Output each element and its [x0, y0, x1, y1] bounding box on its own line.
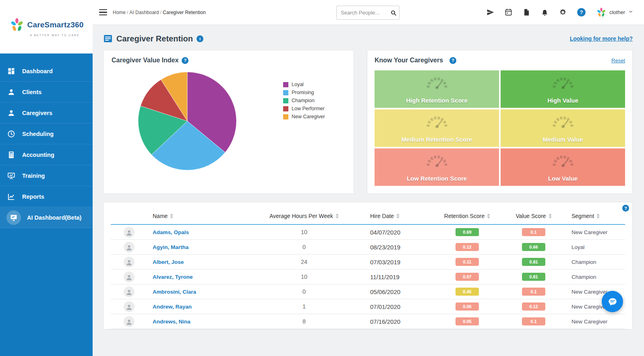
- column-header-hire-date[interactable]: Hire Date: [364, 213, 433, 219]
- legend-item: Promising: [283, 90, 325, 95]
- hours-cell: 24: [244, 259, 364, 265]
- column-header-label: Retention Score: [444, 213, 485, 219]
- matrix-cell-high-value[interactable]: High Value: [501, 70, 625, 108]
- retention-score-cell: 0.69: [433, 228, 501, 236]
- brand-name: CareSmartz360: [27, 21, 84, 29]
- ai-dashboard-icon: [6, 210, 21, 225]
- value-index-help-icon[interactable]: ?: [182, 57, 188, 64]
- caregiver-table-panel: ? NameAverage Hours Per WeekHire DateRet…: [103, 202, 633, 329]
- breadcrumb-item[interactable]: AI Dashboard: [129, 10, 159, 15]
- notes-icon[interactable]: [523, 8, 530, 16]
- segment-cell: New Caregiver: [566, 229, 625, 235]
- gauge-icon: [425, 114, 449, 130]
- column-header-name[interactable]: Name: [147, 213, 244, 219]
- announcements-icon[interactable]: [487, 8, 494, 16]
- score-badge: 0.07: [456, 273, 479, 281]
- brand-logo[interactable]: CareSmartz360 A BETTER WAY TO CARE: [0, 0, 93, 54]
- value-index-panel: Caregiver Value Index ? LoyalPromisingCh…: [103, 50, 354, 194]
- notifications-icon[interactable]: [541, 8, 549, 16]
- gauge-icon: [551, 114, 575, 130]
- score-badge: 0.69: [456, 228, 479, 236]
- hours-cell: 0: [244, 244, 364, 250]
- settings-icon[interactable]: [559, 8, 567, 16]
- hours-cell: 0: [244, 288, 364, 295]
- score-badge: 0.1: [522, 288, 545, 296]
- avatar: [124, 301, 135, 312]
- caregiver-name-link[interactable]: Andrews, Nina: [153, 319, 191, 325]
- user-menu[interactable]: clother: [596, 7, 634, 18]
- pie-legend: LoyalPromisingChampionLow PerformerNew C…: [283, 82, 325, 119]
- column-header-retention-score[interactable]: Retention Score: [433, 213, 501, 219]
- search-input[interactable]: [337, 10, 388, 16]
- avatar: [124, 227, 135, 238]
- avatar: [124, 242, 135, 253]
- segment-cell: Champion: [566, 259, 625, 265]
- column-header-segment[interactable]: Segment: [566, 213, 625, 219]
- caregiver-name-link[interactable]: Albert, Jose: [153, 259, 184, 265]
- avatar: [124, 286, 135, 297]
- help-link[interactable]: Looking for more help?: [570, 35, 633, 42]
- legend-item: Champion: [283, 98, 325, 103]
- table-row: Adams, Opals1004/07/20200.690.1New Careg…: [111, 225, 625, 240]
- matrix-cell-low-value[interactable]: Low Value: [501, 148, 625, 186]
- sidebar-item-label: Accounting: [22, 152, 54, 158]
- column-header-average-hours-per-week[interactable]: Average Hours Per Week: [244, 213, 364, 219]
- score-badge: 0.11: [456, 258, 479, 266]
- menu-toggle-icon[interactable]: [99, 9, 107, 16]
- sidebar-item-label: Training: [22, 173, 45, 179]
- caregiver-name-link[interactable]: Andrew, Rayan: [153, 304, 192, 310]
- retention-score-cell: 0.06: [433, 302, 501, 311]
- sidebar-item-caregivers[interactable]: Caregivers: [0, 103, 93, 123]
- matrix-cell-low-retention-score[interactable]: Low Retention Score: [375, 148, 499, 186]
- calendar-icon[interactable]: [505, 8, 512, 16]
- page-title: Caregiver Retention: [116, 34, 193, 43]
- matrix-cell-medium-retention-score[interactable]: Medium Retention Score: [375, 109, 499, 147]
- reset-link[interactable]: Reset: [611, 58, 625, 64]
- panel-title: Know Your Caregivers: [375, 57, 443, 64]
- sidebar-item-training[interactable]: Training: [0, 165, 93, 186]
- caregiver-name-link[interactable]: Alvarez, Tyrone: [153, 274, 193, 280]
- value-score-cell: 0.1: [501, 288, 566, 296]
- breadcrumb-item[interactable]: Home: [113, 10, 126, 15]
- sidebar-item-label: Reports: [22, 193, 44, 200]
- table-help-icon[interactable]: ?: [622, 205, 629, 212]
- column-header-value-score[interactable]: Value Score: [501, 213, 566, 219]
- caregiver-name-link[interactable]: Ambrosini, Clara: [153, 289, 196, 295]
- sidebar-item-scheduling[interactable]: Scheduling: [0, 123, 93, 144]
- main-content: Caregiver Retention i Looking for more h…: [93, 25, 644, 356]
- brand-tagline: A BETTER WAY TO CARE: [30, 34, 80, 37]
- chat-widget-button[interactable]: [602, 291, 623, 312]
- matrix-cell-medium-value[interactable]: Medium Value: [501, 109, 625, 147]
- hours-cell: 1: [244, 303, 364, 310]
- retention-score-cell: 0.45: [433, 288, 501, 296]
- help-icon[interactable]: ?: [577, 8, 586, 16]
- caregiver-name-link[interactable]: Agyin, Martha: [153, 244, 188, 250]
- sidebar-item-accounting[interactable]: Accounting: [0, 144, 93, 165]
- sidebar-item-reports[interactable]: Reports: [0, 186, 93, 207]
- table-row: Alvarez, Tyrone1011/11/20190.070.81Champ…: [111, 270, 625, 284]
- search-icon[interactable]: [388, 10, 399, 16]
- sidebar-item-ai-dashboard-beta[interactable]: AI Dashboard(Beta): [0, 207, 93, 228]
- table-row: Ambrosini, Clara005/06/20200.450.1New Ca…: [111, 284, 625, 299]
- hire-date-cell: 11/11/2019: [364, 274, 433, 280]
- sort-icon: [335, 214, 339, 218]
- matrix-cell-high-retention-score[interactable]: High Retention Score: [375, 70, 499, 108]
- score-badge: 0.66: [522, 243, 545, 251]
- sidebar-item-dashboard[interactable]: Dashboard: [0, 61, 93, 82]
- table-row: Agyin, Martha008/23/20190.120.66Loyal: [111, 240, 625, 255]
- matrix-help-icon[interactable]: ?: [449, 57, 456, 64]
- table-header: NameAverage Hours Per WeekHire DateReten…: [111, 208, 625, 225]
- sort-icon: [549, 214, 552, 218]
- column-header-label: Hire Date: [370, 213, 394, 219]
- segment-cell: New Caregiver: [566, 319, 625, 325]
- retention-score-cell: 0.11: [433, 258, 501, 266]
- gauge-icon: [425, 153, 449, 169]
- panels-row: Caregiver Value Index ? LoyalPromisingCh…: [103, 50, 633, 194]
- caregiver-name-link[interactable]: Adams, Opals: [153, 229, 189, 235]
- app-window: CareSmartz360 A BETTER WAY TO CARE Dashb…: [0, 0, 644, 356]
- sort-icon: [170, 214, 173, 218]
- sidebar-item-clients[interactable]: Clients: [0, 82, 93, 103]
- info-icon[interactable]: i: [197, 35, 203, 42]
- gauge-icon: [551, 153, 575, 169]
- scheduling-icon: [6, 129, 16, 139]
